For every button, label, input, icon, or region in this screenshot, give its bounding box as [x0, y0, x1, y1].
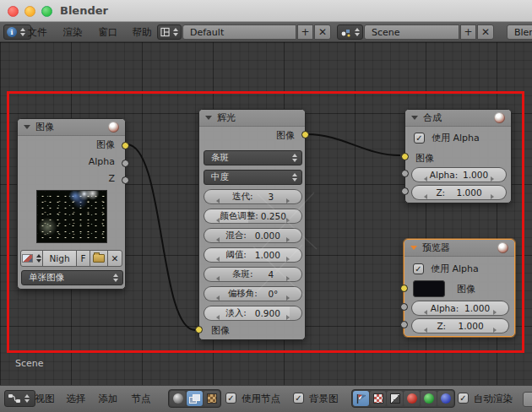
use-alpha-checkbox[interactable]: ✓ [414, 133, 425, 144]
socket-image-output[interactable] [122, 142, 129, 149]
viewer-color-swatch[interactable] [413, 280, 445, 297]
node-glare-header[interactable]: 辉光 [199, 110, 305, 127]
arrow-left-icon[interactable] [216, 295, 220, 301]
green-channel-button[interactable] [421, 391, 437, 406]
socket-image-input[interactable] [195, 326, 203, 333]
arrow-left-icon[interactable] [424, 194, 427, 199]
color-alpha-channel-button[interactable] [353, 391, 369, 406]
arrow-right-icon[interactable] [286, 315, 290, 320]
node-image[interactable]: 图像 图像 Alpha Z Nigh F [17, 118, 126, 290]
slider-value: 1.000 [457, 187, 482, 198]
socket-image-input[interactable] [401, 153, 409, 160]
threshold-slider[interactable]: 阈值: 1.000 [204, 247, 302, 263]
socket-alpha-output[interactable] [122, 160, 129, 167]
blue-channel-button[interactable] [437, 391, 453, 406]
screen-layout-field[interactable]: Default [182, 24, 296, 40]
node-image-header[interactable]: 图像 [18, 119, 125, 136]
menu-select[interactable]: 选择 [62, 388, 90, 409]
arrow-right-icon[interactable] [491, 194, 494, 199]
arrow-left-icon[interactable] [216, 198, 220, 203]
arrow-left-icon[interactable] [424, 176, 427, 182]
browse-image-button[interactable] [20, 250, 43, 267]
minimize-window-button[interactable] [24, 6, 35, 17]
menu-file[interactable]: 文件 [24, 22, 50, 42]
clipped-right-button[interactable] [523, 392, 532, 407]
menu-window[interactable]: 窗口 [95, 22, 121, 42]
scene-field[interactable]: Scene [364, 24, 459, 40]
menu-help[interactable]: 帮助 [129, 22, 155, 42]
socket-z-input[interactable] [401, 187, 409, 195]
menu-render[interactable]: 渲染 [60, 22, 85, 42]
glare-type-dropdown[interactable]: 条斑 [204, 150, 302, 165]
shader-nodes-button[interactable] [170, 391, 186, 406]
arrow-right-icon[interactable] [286, 276, 290, 281]
socket-z-input[interactable] [400, 321, 408, 328]
use-nodes-checkbox[interactable]: ✓ [225, 393, 236, 404]
image-source-dropdown[interactable]: 单张图像 [21, 270, 123, 285]
arrow-left-icon[interactable] [216, 315, 220, 320]
socket-alpha-input[interactable] [401, 170, 409, 177]
arrow-left-icon[interactable] [424, 328, 427, 333]
glare-quality-dropdown[interactable]: 中度 [204, 170, 302, 185]
collapse-triangle-icon[interactable] [411, 116, 418, 120]
arrow-right-icon[interactable] [286, 257, 290, 262]
arrow-right-icon[interactable] [286, 218, 290, 223]
red-channel-button[interactable] [404, 391, 420, 406]
iterations-slider[interactable]: 迭代: 3 [204, 189, 302, 204]
delete-layout-button[interactable]: ✕ [314, 24, 331, 40]
menu-node[interactable]: 节点 [128, 388, 155, 409]
close-window-button[interactable] [8, 6, 19, 17]
socket-image-output[interactable] [301, 131, 309, 138]
unlink-image-button[interactable]: ✕ [107, 250, 122, 267]
arrow-left-icon[interactable] [216, 257, 220, 262]
arrow-left-icon[interactable] [216, 276, 220, 281]
compositing-nodes-button[interactable] [187, 391, 203, 406]
node-viewer-header[interactable]: 预览器 [404, 240, 514, 257]
alpha-channel-button[interactable] [370, 391, 386, 406]
mix-slider[interactable]: 混合: 0.000 [204, 228, 302, 243]
menu-add[interactable]: 添加 [95, 388, 122, 409]
node-viewer[interactable]: 预览器 ✓ 使用 Alpha 图像 Alpha: 1.000 Z: 1.000 [404, 239, 515, 337]
render-engine-field[interactable]: Blen [507, 24, 532, 40]
arrow-right-icon[interactable] [491, 176, 494, 182]
image-name-field[interactable]: Nigh [42, 250, 77, 267]
fake-user-button[interactable]: F [76, 250, 90, 267]
delete-scene-button[interactable]: ✕ [477, 24, 494, 40]
fade-slider[interactable]: 淡入: 0.900 [204, 306, 302, 321]
arrow-right-icon[interactable] [286, 237, 290, 242]
texture-nodes-button[interactable] [204, 391, 220, 406]
z-slider[interactable]: Z: 1.000 [411, 185, 507, 200]
open-image-button[interactable] [90, 250, 108, 267]
screen-layout-browse-button[interactable] [157, 24, 182, 40]
auto-render-checkbox[interactable]: ✓ [458, 393, 469, 404]
z-slider[interactable]: Z: 1.000 [411, 318, 509, 333]
streaks-slider[interactable]: 条斑: 4 [204, 267, 302, 282]
alpha-slider[interactable]: Alpha: 1.000 [411, 167, 507, 182]
arrow-right-icon[interactable] [493, 310, 497, 315]
node-glare[interactable]: 辉光 图像 条斑 中度 迭代: 3 颜色调整: 0.250 [198, 109, 306, 340]
socket-image-input[interactable] [400, 285, 408, 292]
collapse-triangle-icon[interactable] [410, 246, 417, 250]
zoom-window-button[interactable] [41, 6, 52, 17]
collapse-triangle-icon[interactable] [24, 125, 30, 129]
node-composite[interactable]: 合成 ✓ 使用 Alpha 图像 Alpha: 1.000 Z: 1.000 [404, 109, 512, 203]
z-channel-button[interactable] [387, 391, 403, 406]
arrow-left-icon[interactable] [424, 310, 427, 315]
color-modulation-slider[interactable]: 颜色调整: 0.250 [204, 209, 302, 224]
backdrop-checkbox[interactable]: ✓ [293, 393, 304, 404]
alpha-slider[interactable]: Alpha: 1.000 [411, 301, 509, 316]
socket-z-output[interactable] [122, 176, 129, 184]
angle-offset-slider[interactable]: 偏移角: 0° [204, 286, 302, 301]
arrow-right-icon[interactable] [493, 328, 497, 333]
scene-browse-button[interactable] [337, 24, 363, 40]
add-scene-button[interactable]: + [460, 24, 476, 40]
collapse-triangle-icon[interactable] [205, 116, 212, 120]
arrow-right-icon[interactable] [286, 295, 290, 301]
arrow-right-icon[interactable] [286, 198, 290, 203]
menu-view[interactable]: 视图 [31, 388, 58, 409]
add-layout-button[interactable]: + [297, 24, 313, 40]
node-composite-header[interactable]: 合成 [405, 110, 511, 127]
arrow-left-icon[interactable] [216, 237, 220, 242]
use-alpha-checkbox[interactable]: ✓ [413, 263, 424, 274]
socket-alpha-input[interactable] [400, 303, 408, 311]
